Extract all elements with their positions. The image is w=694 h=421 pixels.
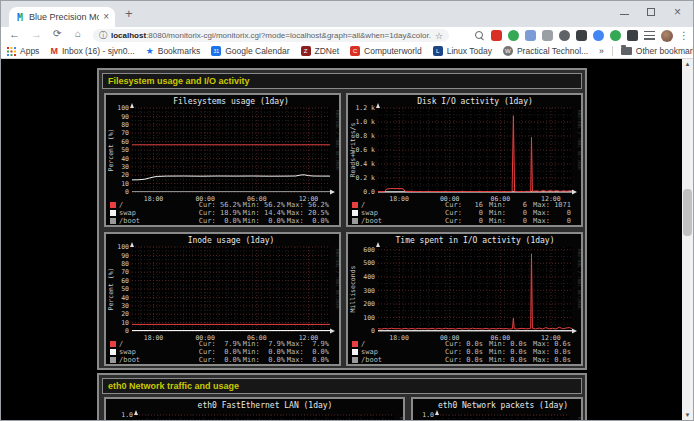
filesystems-usage-legend: /Cur: 56.2%Min: 56.2%Max: 56.2%swapCur: … (110, 201, 337, 225)
scroll-down-icon[interactable]: ▼ (682, 412, 693, 418)
filesystem-section: Filesystem usage and I/O activity 010203… (97, 68, 587, 370)
svg-text:100: 100 (117, 104, 129, 112)
bookmark-google-calendar[interactable]: 31Google Calendar (211, 46, 289, 56)
eth0-packets-panel[interactable]: 1.0eth0 Network packets (1day)Packets/sR… (411, 397, 583, 420)
svg-text:40: 40 (121, 155, 129, 163)
linux-today-icon: L (433, 46, 443, 56)
bookmark-apps[interactable]: Apps (7, 46, 39, 56)
legend-row: swapCur: 0.0sMin: 0.0sMax: 0.0s (352, 348, 579, 356)
window-maximize-button[interactable] (647, 8, 655, 16)
back-icon[interactable]: ← (9, 28, 20, 40)
gmail-icon: M (50, 46, 58, 56)
svg-text:300: 300 (363, 287, 375, 295)
scrollbar-thumb[interactable] (683, 189, 692, 236)
legend-label: /boot (361, 356, 382, 364)
page-scrollbar[interactable]: ▲ ▼ (682, 59, 693, 420)
new-tab-button[interactable]: + (125, 6, 133, 21)
legend-swatch (352, 218, 358, 224)
pages-extension-icon[interactable] (525, 30, 536, 41)
bookmark-inbox[interactable]: MInbox (16) - sjvn0... (50, 46, 134, 56)
svg-text:Inode usage (1day): Inode usage (1day) (188, 236, 275, 245)
calendar-icon: 31 (211, 46, 221, 56)
reload-icon[interactable]: ⟳ (53, 28, 61, 39)
bookmark-label: Inbox (16) - sjvn0... (62, 46, 135, 56)
network-section-header: eth0 Network traffic and usage (102, 378, 582, 394)
bookmarks-overflow-icon[interactable]: » (599, 46, 604, 56)
blue-circle-extension-icon[interactable] (593, 30, 604, 41)
disk-io-legend: /Cur: 16Min: 6Max: 1071swapCur: 0Min: 0M… (352, 201, 579, 225)
other-bookmarks-button[interactable]: Other bookmarks (621, 46, 694, 56)
legend-swatch (352, 357, 358, 363)
green-circle-extension-icon[interactable] (610, 30, 621, 41)
bookmark-label: Apps (20, 46, 39, 56)
svg-text:20: 20 (121, 310, 129, 318)
legend-value: Max: 0.6s (519, 340, 571, 348)
svg-text:50: 50 (121, 146, 129, 154)
svg-text:30: 30 (121, 163, 129, 171)
bookmark-practical-technology[interactable]: WPractical Technol... (503, 46, 588, 56)
phone-extension-icon[interactable] (542, 30, 553, 41)
window-minimize-button[interactable] (620, 14, 629, 15)
inode-usage-legend: /Cur: 7.9%Min: 7.9%Max: 7.9%swapCur: 0.0… (110, 340, 337, 364)
legend-label: swap (361, 209, 378, 217)
legend-label: / (361, 201, 365, 209)
bookmark-star-icon[interactable]: ☆ (435, 31, 443, 41)
svg-text:70: 70 (121, 268, 129, 276)
legend-swatch (110, 202, 116, 208)
legend-swatch (110, 210, 116, 216)
inode-usage-panel[interactable]: 010203040506070809010018:0000:0006:0012:… (104, 232, 341, 366)
svg-text:1.0 k: 1.0 k (355, 118, 375, 126)
legend-label: /boot (119, 217, 140, 225)
browser-tab[interactable]: M Blue Precision Monitorix × (9, 7, 115, 27)
scroll-up-icon[interactable]: ▲ (682, 61, 693, 67)
url-text: localhost:8080/monitorix-cgi/monitorix.c… (111, 31, 431, 40)
svg-text:RRDTOOL / TOBI OETIKER: RRDTOOL / TOBI OETIKER (577, 249, 581, 309)
eye-extension-icon[interactable] (559, 30, 570, 41)
io-time-panel[interactable]: 010020030040050060018:0000:0006:0012:00T… (346, 232, 583, 366)
legend-row: /bootCur: 0.0sMin: 0.0sMax: 0.0s (352, 356, 579, 364)
square-extension-icon[interactable] (576, 30, 587, 41)
svg-text:90: 90 (121, 113, 129, 121)
folder-icon (621, 47, 632, 55)
home-icon[interactable]: ⌂ (75, 28, 81, 39)
tab-close-icon[interactable]: × (103, 12, 109, 22)
filesystem-section-header: Filesystem usage and I/O activity (102, 73, 582, 89)
practical-technology-icon: W (503, 46, 513, 56)
window-close-button[interactable]: × (674, 5, 681, 19)
address-bar[interactable]: ⓘ localhost:8080/monitorix-cgi/monitorix… (93, 29, 449, 42)
star-icon: ★ (146, 46, 154, 56)
svg-text:0: 0 (125, 188, 129, 196)
tab-list-icon[interactable] (644, 31, 655, 40)
legend-row: /Cur: 0.0sMin: 0.0sMax: 0.6s (352, 340, 579, 348)
extensions-puzzle-icon[interactable] (627, 30, 638, 41)
page-info-icon[interactable]: ⓘ (99, 30, 107, 41)
forward-icon[interactable]: → (31, 28, 42, 40)
legend-swatch (110, 357, 116, 363)
mail-extension-icon[interactable] (491, 30, 502, 41)
legend-swatch (110, 218, 116, 224)
extension-icons: ⋮ (474, 29, 689, 42)
browser-menu-icon[interactable]: ⋮ (679, 30, 689, 42)
bookmark-label: Computerworld (364, 46, 422, 56)
disk-io-panel[interactable]: 0.00.2 k0.4 k0.6 k0.8 k1.0 k1.2 k18:0000… (346, 93, 583, 227)
filesystems-usage-panel[interactable]: 010203040506070809010018:0000:0006:0012:… (104, 93, 341, 227)
bookmarks-separator (612, 46, 613, 56)
svg-text:1.2 k: 1.2 k (355, 104, 375, 112)
url-host: localhost (111, 31, 146, 40)
bookmark-label: ZDNet (315, 46, 340, 56)
inode-usage-graph: 010203040506070809010018:0000:0006:0012:… (106, 234, 339, 340)
legend-swatch (110, 341, 116, 347)
svg-text:200: 200 (363, 300, 375, 308)
bookmark-linux-today[interactable]: LLinux Today (433, 46, 492, 56)
bookmark-bookmarks[interactable]: ★Bookmarks (146, 46, 201, 56)
network-section: eth0 Network traffic and usage 0.91.0eth… (97, 373, 587, 420)
browser-toolbar: ← → ⟳ ⌂ ⓘ localhost:8080/monitorix-cgi/m… (1, 27, 693, 44)
legend-row: /Cur: 56.2%Min: 56.2%Max: 56.2% (110, 201, 337, 209)
leaf-extension-icon[interactable] (508, 30, 519, 41)
eth0-traffic-panel[interactable]: 0.91.0eth0 FastEthernet LAN (1day)RRDTOO… (104, 397, 405, 420)
search-extension-icon[interactable] (474, 30, 485, 41)
bookmark-computerworld[interactable]: CComputerworld (350, 46, 422, 56)
svg-text:50: 50 (121, 285, 129, 293)
bookmark-zdnet[interactable]: ZZDNet (301, 46, 340, 56)
profile-avatar[interactable] (661, 30, 673, 42)
